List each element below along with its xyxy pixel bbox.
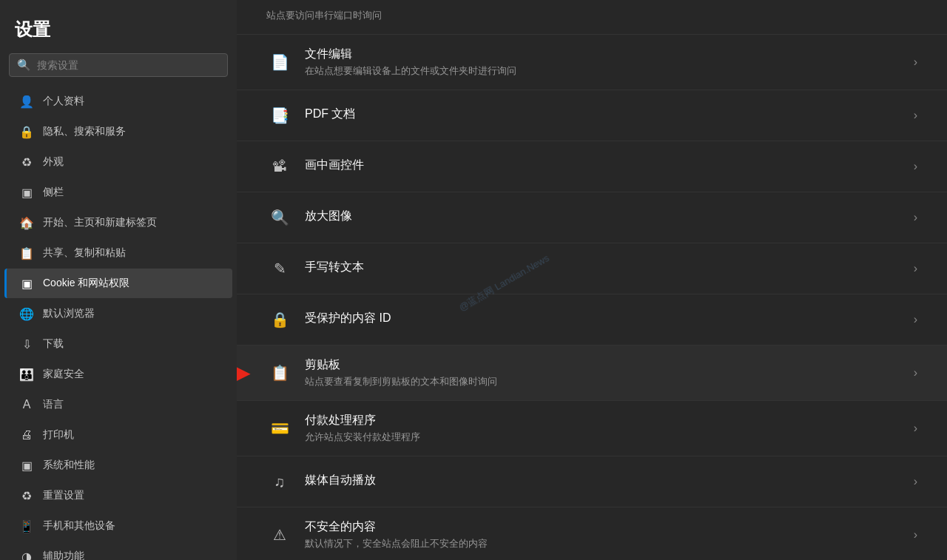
chevron-icon-file-edit: ›: [914, 55, 917, 69]
sidebar-item-label-system: 系统和性能: [43, 459, 95, 472]
family-icon: 👪: [19, 367, 34, 382]
sidebar-item-label-family: 家庭安全: [43, 368, 84, 381]
default-browser-icon: 🌐: [19, 306, 34, 321]
sidebar-item-label-reset: 重置设置: [43, 489, 84, 502]
sidebar-item-label-default-browser: 默认浏览器: [43, 307, 95, 320]
sidebar-item-label-downloads: 下载: [43, 337, 64, 351]
item-content-media-autoplay: 媒体自动播放: [305, 473, 905, 490]
settings-list: 📄 文件编辑 在站点想要编辑设备上的文件或文件夹时进行询问 › 📑 PDF 文档…: [237, 35, 947, 560]
item-content-payment: 付款处理程序 允许站点安装付款处理程序: [305, 413, 905, 444]
search-input[interactable]: [37, 59, 220, 71]
page-title: 设置: [0, 0, 237, 53]
downloads-icon: ⇩: [19, 337, 34, 351]
item-title-unsafe: 不安全的内容: [305, 519, 905, 535]
chevron-icon-pip: ›: [914, 160, 917, 173]
sidebar-item-default-browser[interactable]: 🌐 默认浏览器: [4, 299, 232, 328]
item-content-pdf: PDF 文档: [305, 107, 905, 124]
item-content-unsafe: 不安全的内容 默认情况下，安全站点会阻止不安全的内容: [305, 519, 905, 550]
search-box[interactable]: 🔍: [9, 53, 228, 77]
startup-icon: 🏠: [19, 215, 34, 230]
item-title-payment: 付款处理程序: [305, 413, 905, 428]
settings-item-pip[interactable]: 📽 画中画控件 ›: [237, 141, 947, 192]
item-title-media-autoplay: 媒体自动播放: [305, 473, 905, 488]
sidebar-item-family[interactable]: 👪 家庭安全: [4, 360, 232, 389]
sidebar-item-startup[interactable]: 🏠 开始、主页和新建标签页: [4, 208, 232, 237]
sidebar-item-profile[interactable]: 👤 个人资料: [4, 87, 232, 116]
sidebar-item-label-accessibility: 辅助功能: [43, 550, 84, 560]
settings-item-pdf[interactable]: 📑 PDF 文档 ›: [237, 90, 947, 141]
item-desc-clipboard: 站点要查看复制到剪贴板的文本和图像时询问: [305, 375, 905, 388]
media-autoplay-icon: ♫: [266, 468, 293, 495]
sidebar-item-label-profile: 个人资料: [43, 95, 84, 108]
sidebar-item-share[interactable]: 📋 共享、复制和粘贴: [4, 238, 232, 268]
pdf-icon: 📑: [266, 102, 293, 129]
chevron-icon-media-autoplay: ›: [914, 475, 917, 488]
chevron-icon-payment: ›: [914, 422, 917, 435]
zoom-icon: 🔍: [266, 204, 293, 231]
sidebar-item-downloads[interactable]: ⇩ 下载: [4, 329, 232, 359]
privacy-icon: 🔒: [19, 124, 34, 139]
clipboard-icon: 📋: [266, 360, 293, 386]
settings-item-clipboard[interactable]: ► 📋 剪贴板 站点要查看复制到剪贴板的文本和图像时询问 ›: [237, 345, 947, 401]
sidebar-icon: ▣: [19, 185, 34, 200]
item-content-clipboard: 剪贴板 站点要查看复制到剪贴板的文本和图像时询问: [305, 357, 905, 388]
settings-item-payment[interactable]: 💳 付款处理程序 允许站点安装付款处理程序 ›: [237, 401, 947, 456]
settings-item-zoom[interactable]: 🔍 放大图像 ›: [237, 192, 947, 243]
sidebar-item-language[interactable]: A 语言: [4, 390, 232, 419]
settings-item-handwriting[interactable]: ✎ 手写转文本 ›: [237, 243, 947, 294]
system-icon: ▣: [19, 458, 34, 473]
sidebar: 设置 🔍 👤 个人资料 🔒 隐私、搜索和服务 ♻ 外观 ▣ 侧栏 🏠 开始、主页…: [0, 0, 237, 560]
item-desc-payment: 允许站点安装付款处理程序: [305, 431, 905, 444]
item-content-file-edit: 文件编辑 在站点想要编辑设备上的文件或文件夹时进行询问: [305, 47, 905, 78]
chevron-icon-handwriting: ›: [914, 262, 917, 275]
pip-icon: 📽: [266, 153, 293, 180]
item-title-file-edit: 文件编辑: [305, 47, 905, 62]
sidebar-item-cookies[interactable]: ▣ Cookie 和网站权限: [4, 269, 232, 298]
item-desc-file-edit: 在站点想要编辑设备上的文件或文件夹时进行询问: [305, 64, 905, 78]
sidebar-nav: 👤 个人资料 🔒 隐私、搜索和服务 ♻ 外观 ▣ 侧栏 🏠 开始、主页和新建标签…: [0, 86, 237, 560]
settings-item-drm[interactable]: 🔒 受保护的内容 ID ›: [237, 294, 947, 345]
chevron-icon-unsafe: ›: [914, 528, 917, 542]
item-title-handwriting: 手写转文本: [305, 260, 905, 275]
settings-item-file-edit[interactable]: 📄 文件编辑 在站点想要编辑设备上的文件或文件夹时进行询问 ›: [237, 35, 947, 90]
unsafe-icon: ⚠: [266, 522, 293, 548]
sidebar-item-reset[interactable]: ♻ 重置设置: [4, 481, 232, 510]
printer-icon: 🖨: [19, 428, 34, 442]
sidebar-item-label-share: 共享、复制和粘贴: [43, 246, 126, 260]
appearance-icon: ♻: [19, 155, 34, 169]
top-description: 站点要访问串行端口时询问: [237, 0, 947, 35]
sidebar-item-label-language: 语言: [43, 398, 64, 411]
accessibility-icon: ◑: [19, 549, 34, 560]
item-title-pdf: PDF 文档: [305, 107, 905, 122]
settings-item-unsafe[interactable]: ⚠ 不安全的内容 默认情况下，安全站点会阻止不安全的内容 ›: [237, 507, 947, 560]
cookies-icon: ▣: [19, 276, 34, 291]
item-content-zoom: 放大图像: [305, 209, 905, 226]
sidebar-item-printer[interactable]: 🖨 打印机: [4, 420, 232, 450]
item-title-pip: 画中画控件: [305, 158, 905, 173]
sidebar-item-sidebar[interactable]: ▣ 侧栏: [4, 178, 232, 207]
file-edit-icon: 📄: [266, 49, 293, 75]
sidebar-item-label-sidebar: 侧栏: [43, 186, 64, 199]
sidebar-item-accessibility[interactable]: ◑ 辅助功能: [4, 542, 232, 560]
sidebar-item-label-mobile: 手机和其他设备: [43, 519, 115, 533]
mobile-icon: 📱: [19, 519, 34, 533]
chevron-icon-clipboard: ›: [914, 366, 917, 379]
drm-icon: 🔒: [266, 306, 293, 333]
language-icon: A: [19, 397, 34, 412]
sidebar-item-system[interactable]: ▣ 系统和性能: [4, 451, 232, 480]
sidebar-item-privacy[interactable]: 🔒 隐私、搜索和服务: [4, 117, 232, 146]
item-content-handwriting: 手写转文本: [305, 260, 905, 277]
profile-icon: 👤: [19, 94, 34, 109]
sidebar-item-label-appearance: 外观: [43, 155, 64, 169]
chevron-icon-pdf: ›: [914, 109, 917, 122]
item-title-clipboard: 剪贴板: [305, 357, 905, 373]
sidebar-item-label-cookies: Cookie 和网站权限: [43, 277, 129, 290]
item-title-drm: 受保护的内容 ID: [305, 311, 905, 326]
item-desc-unsafe: 默认情况下，安全站点会阻止不安全的内容: [305, 537, 905, 550]
sidebar-item-mobile[interactable]: 📱 手机和其他设备: [4, 511, 232, 541]
sidebar-item-appearance[interactable]: ♻ 外观: [4, 147, 232, 177]
settings-item-media-autoplay[interactable]: ♫ 媒体自动播放 ›: [237, 456, 947, 507]
sidebar-item-label-startup: 开始、主页和新建标签页: [43, 216, 157, 229]
item-title-zoom: 放大图像: [305, 209, 905, 224]
share-icon: 📋: [19, 246, 34, 260]
